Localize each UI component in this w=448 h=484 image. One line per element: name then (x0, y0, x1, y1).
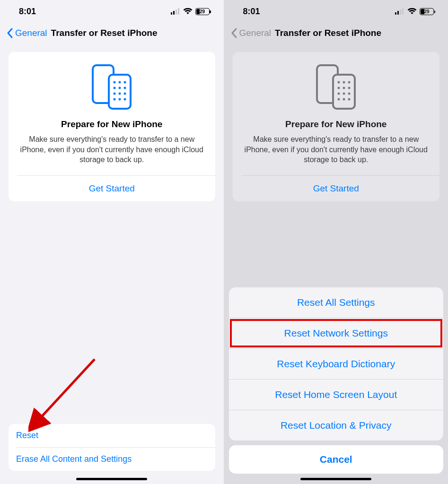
svg-rect-19 (395, 12, 396, 15)
transfer-phones-icon (17, 63, 207, 111)
svg-point-34 (338, 98, 340, 101)
back-label: General (15, 28, 47, 38)
svg-point-8 (124, 81, 126, 84)
svg-line-18 (38, 359, 95, 421)
sheet-reset-all-settings[interactable]: Reset All Settings (229, 287, 444, 318)
right-screenshot: 8:01 29 General Transfer or Reset iPhone (224, 0, 448, 484)
status-time: 8:01 (243, 7, 260, 17)
svg-point-14 (124, 93, 126, 95)
transfer-phones-icon (241, 63, 431, 111)
sheet-reset-network-settings[interactable]: Reset Network Settings (229, 318, 444, 348)
svg-point-6 (114, 81, 116, 84)
svg-point-10 (119, 87, 121, 89)
svg-point-13 (119, 93, 121, 95)
back-button[interactable]: General (7, 28, 47, 38)
status-bar: 8:01 29 (224, 0, 448, 23)
svg-point-27 (348, 81, 351, 84)
prepare-card-dimmed: Prepare for New iPhone Make sure everyth… (233, 52, 440, 201)
annotation-arrow (28, 354, 104, 435)
svg-point-29 (343, 87, 345, 89)
svg-rect-24 (333, 75, 355, 109)
nav-bar: General Transfer or Reset iPhone (224, 23, 448, 43)
status-bar: 8:01 29 (0, 0, 224, 23)
battery-icon: 29 (195, 8, 210, 15)
svg-point-25 (338, 81, 340, 84)
svg-rect-0 (171, 12, 172, 15)
prepare-title: Prepare for New iPhone (241, 119, 431, 130)
sheet-cancel-button[interactable]: Cancel (229, 445, 444, 474)
action-sheet: Reset All Settings Reset Network Setting… (229, 287, 444, 474)
svg-point-36 (348, 98, 351, 101)
svg-point-15 (114, 98, 116, 101)
get-started-button-dimmed: Get Started (233, 176, 440, 201)
sheet-reset-keyboard-dictionary[interactable]: Reset Keyboard Dictionary (229, 349, 444, 379)
svg-point-17 (124, 98, 126, 101)
reset-option[interactable]: Reset (9, 424, 215, 447)
svg-rect-2 (176, 9, 177, 15)
home-indicator[interactable] (76, 478, 147, 480)
svg-point-32 (343, 93, 345, 95)
back-button-dimmed: General (231, 28, 272, 38)
prepare-desc: Make sure everything's ready to transfer… (17, 134, 207, 165)
svg-point-16 (119, 98, 121, 101)
svg-point-11 (124, 87, 126, 89)
status-icons: 29 (171, 8, 210, 15)
svg-rect-20 (397, 11, 399, 15)
home-indicator[interactable] (300, 478, 371, 480)
status-time: 8:01 (19, 7, 36, 17)
erase-all-option[interactable]: Erase All Content and Settings (9, 448, 215, 471)
status-icons: 29 (395, 8, 434, 15)
battery-icon: 29 (420, 8, 434, 15)
svg-point-12 (114, 93, 116, 95)
svg-rect-1 (173, 11, 175, 15)
svg-point-30 (348, 87, 351, 89)
svg-point-35 (343, 98, 345, 101)
page-title: Transfer or Reset iPhone (51, 28, 158, 38)
svg-point-31 (338, 93, 340, 95)
prepare-title: Prepare for New iPhone (17, 119, 207, 130)
prepare-card: Prepare for New iPhone Make sure everyth… (9, 52, 215, 201)
back-label: General (239, 28, 272, 38)
left-screenshot: 8:01 29 General Transfer or Reset iPhone (0, 0, 224, 484)
sheet-reset-home-screen-layout[interactable]: Reset Home Screen Layout (229, 380, 444, 410)
wifi-icon (407, 8, 417, 15)
prepare-desc: Make sure everything's ready to transfer… (241, 134, 431, 165)
sheet-reset-location-privacy[interactable]: Reset Location & Privacy (229, 410, 444, 441)
cellular-icon (395, 8, 404, 15)
svg-point-9 (114, 87, 116, 89)
wifi-icon (183, 8, 193, 15)
svg-point-28 (338, 87, 340, 89)
nav-bar: General Transfer or Reset iPhone (0, 23, 224, 43)
cellular-icon (171, 8, 180, 15)
svg-rect-5 (109, 75, 131, 109)
svg-point-7 (119, 81, 121, 84)
bottom-options-list: Reset Erase All Content and Settings (9, 424, 215, 471)
svg-point-26 (343, 81, 345, 84)
svg-rect-3 (178, 8, 179, 15)
get-started-button[interactable]: Get Started (9, 176, 215, 201)
svg-point-33 (348, 93, 351, 95)
svg-rect-21 (400, 9, 401, 15)
page-title: Transfer or Reset iPhone (275, 28, 381, 38)
svg-rect-22 (402, 8, 404, 15)
